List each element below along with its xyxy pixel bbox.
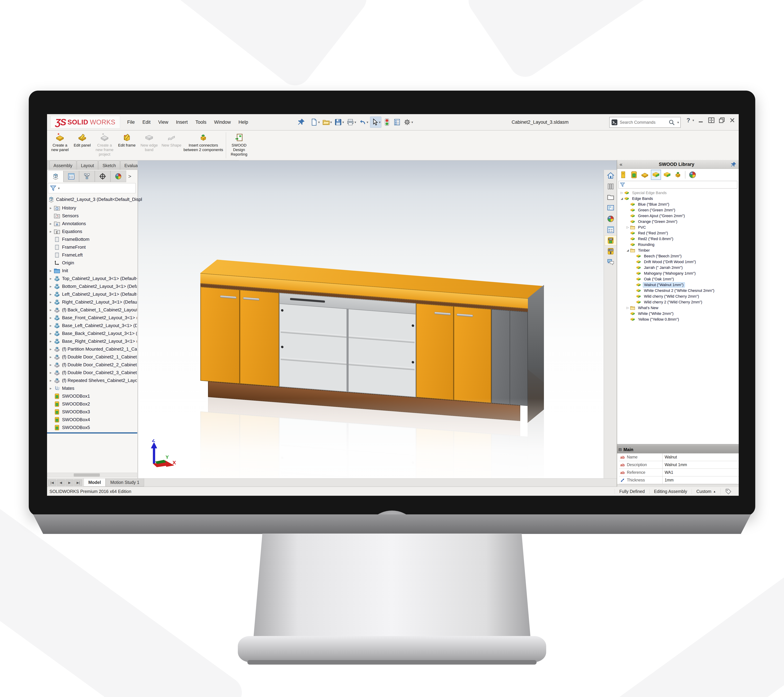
properties-section-header[interactable]: ⊟Main xyxy=(617,446,739,453)
ribbon-button-insert-connectors-between-2-components[interactable]: Insert connectors between 2 components xyxy=(183,132,224,152)
tree-item-frameleft[interactable]: FrameLeft xyxy=(48,251,137,259)
tree-item-base-back-cabinet2-layout-3-1-de[interactable]: ▸Base_Back_Cabinet2_Layout_3<1> (De xyxy=(48,330,137,337)
tab-layout[interactable]: Layout xyxy=(77,161,98,170)
options-gear-button[interactable]: ▾ xyxy=(403,117,414,128)
tree-item-top-cabinet2-layout-3-1-default[interactable]: ▸Top_Cabinet2_Layout_3<1> (Default< xyxy=(48,275,137,282)
property-row-name[interactable]: abNameWalnut xyxy=(619,453,739,461)
library-item-mahogany-mahogany-1mm[interactable]: Mahogany ("Mahogany 1mm") xyxy=(618,270,738,276)
tree-item-history[interactable]: ▸History xyxy=(48,204,137,212)
split-view-button[interactable] xyxy=(708,117,715,124)
ribbon-button-edit-panel[interactable]: Edit panel xyxy=(71,132,93,148)
fm-display-tab[interactable] xyxy=(110,171,126,182)
search-input[interactable]: Search Commands xyxy=(620,120,666,125)
tree-item-swoodbox1[interactable]: SWOODBox1 xyxy=(48,392,137,400)
library-filter[interactable] xyxy=(618,181,737,188)
tab-nav-button[interactable]: ▶ xyxy=(66,479,74,486)
tree-item-sensors[interactable]: Sensors xyxy=(48,212,137,220)
tree-item-f-back-cabinet-1-cabinet2-layout-3[interactable]: ▸(f) Back_Cabinet_1_Cabinet2_Layout_3 xyxy=(48,306,137,314)
funnel-icon[interactable] xyxy=(49,185,57,192)
properties-scrollbar[interactable] xyxy=(617,484,739,487)
library-item-green-green-2mm[interactable]: Green ("Green 2mm") xyxy=(618,207,738,213)
library-swoodbox-button[interactable] xyxy=(629,170,639,180)
tree-item-origin[interactable]: Origin xyxy=(48,259,137,267)
tree-item-f-partition-mounted-cabinet2-1-cab[interactable]: ▸(f) Partition Mounted_Cabinet2_1_Cab xyxy=(48,345,137,353)
tree-item-swoodbox2[interactable]: SWOODBox2 xyxy=(48,400,137,408)
status-custom[interactable]: Custom ▲ xyxy=(692,489,720,494)
graphics-viewport[interactable]: Z Y X xyxy=(138,160,664,488)
minimize-button[interactable] xyxy=(697,117,705,124)
library-item-green-ajout-green-2mm[interactable]: Green Ajout ("Green 2mm") xyxy=(618,213,738,219)
file-properties-button[interactable] xyxy=(392,117,402,128)
swood-design-tab[interactable]: SD xyxy=(605,236,616,246)
tab-nav-button[interactable]: ◀ xyxy=(57,479,65,486)
library-item-jarrah-jarrah-2mm[interactable]: Jarrah (" Jarrah 2mm") xyxy=(618,265,738,270)
tree-item-annotations[interactable]: ▸AAnnotations xyxy=(48,220,137,227)
ribbon-button-create-a-new-panel[interactable]: *Create a new panel xyxy=(49,132,71,152)
tree-item-f-double-door-cabinet2-1-cabinet2[interactable]: ▸(f) Double Door_Cabinet2_1_Cabinet2_ xyxy=(48,353,137,361)
tab-assembly[interactable]: Assembly xyxy=(49,161,76,170)
library-item-wild-cherry-2-wild-cherry-2mm[interactable]: Wild cherry 2 ("Wild Cherry 2mm") xyxy=(618,299,738,305)
tree-item-framefront[interactable]: FrameFront xyxy=(48,243,137,251)
tree-item-bottom-cabinet2-layout-3-1-defau[interactable]: ▸Bottom_Cabinet2_Layout_3<1> (Defau xyxy=(48,282,137,290)
panel-splitter[interactable] xyxy=(47,432,137,433)
library-item-blue-blue-2mm[interactable]: Blue ("Blue 2mm") xyxy=(618,201,738,207)
library-item-pvc[interactable]: ▷PVC xyxy=(618,224,738,230)
tag-button[interactable] xyxy=(720,488,736,495)
library-item-special-edge-bands[interactable]: ▷Special Edge Bands xyxy=(618,190,738,196)
menu-window[interactable]: Window xyxy=(214,120,231,125)
library-item-orange-green-2mm[interactable]: Orange ("Green 2mm") xyxy=(618,219,738,224)
library-panel-slab-button[interactable] xyxy=(640,170,649,180)
restore-button[interactable] xyxy=(718,117,725,124)
menu-insert[interactable]: Insert xyxy=(176,120,188,125)
rebuild-button[interactable] xyxy=(382,117,392,128)
save-button[interactable]: ▾ xyxy=(334,117,345,128)
menu-tools[interactable]: Tools xyxy=(196,120,206,125)
library-splitter[interactable] xyxy=(617,444,739,446)
ribbon-button-edit-frame[interactable]: Edit frame xyxy=(116,132,138,148)
home-tab[interactable] xyxy=(605,171,616,181)
library-edgeband-button[interactable] xyxy=(651,170,661,180)
library-item-white-chestnut-2-white-chesnut-2[interactable]: White Chestnut 2 ("White Chesnut 2mm") xyxy=(618,288,738,293)
library-panel-vertical-button[interactable] xyxy=(618,170,628,180)
tree-item-swoodbox3[interactable]: SWOODBox3 xyxy=(48,408,137,416)
library-edgeband-button[interactable] xyxy=(662,170,672,180)
tree-item-swoodbox5[interactable]: SWOODBox5 xyxy=(48,423,137,432)
tree-item-f-repeated-shelves-cabinet2-layout[interactable]: ▸(f) Repeated Shelves_Cabinet2_Layout xyxy=(48,377,137,384)
tree-item-left-cabinet2-layout-3-1-default[interactable]: ▸Left_Cabinet2_Layout_3<1> (Default< xyxy=(48,290,137,298)
library-item-white-white-2mm[interactable]: White ("White 2mm") xyxy=(618,311,738,316)
library-item-beech-beech-2mm[interactable]: Beech ("Beech 2mm") xyxy=(618,253,738,259)
tree-item-equations[interactable]: ▸ΣEquations xyxy=(48,227,137,236)
library-appearances-button[interactable] xyxy=(688,170,697,180)
close-button[interactable] xyxy=(729,117,736,124)
tree-item-right-cabinet2-layout-3-1-default[interactable]: ▸Right_Cabinet2_Layout_3<1> (Default xyxy=(48,298,137,306)
pin-icon[interactable] xyxy=(731,161,736,167)
library-item-red-red-2mm[interactable]: Red ("Red 2mm") xyxy=(618,230,738,236)
tree-item-base-front-cabinet2-layout-3-1-d[interactable]: ▸Base_Front_Cabinet2_Layout_3<1> (D xyxy=(48,314,137,322)
fm-properties-tab[interactable] xyxy=(63,171,79,182)
custom-properties-tab[interactable] xyxy=(605,225,616,235)
tree-item-init[interactable]: ▸Init xyxy=(48,267,137,275)
library-item-edge-bands[interactable]: ◢Edge Bands xyxy=(618,196,738,201)
print-button[interactable]: ▾ xyxy=(346,117,357,128)
undo-button[interactable]: ▾ xyxy=(358,117,369,128)
fm-dimxpert-tab[interactable] xyxy=(95,171,110,182)
funnel-icon[interactable] xyxy=(620,182,625,188)
pin-icon[interactable] xyxy=(298,118,306,126)
file-explorer-tab[interactable] xyxy=(605,192,616,202)
view-palette-tab[interactable] xyxy=(605,203,616,213)
tree-item-swoodbox4[interactable]: SWOODBox4 xyxy=(48,416,137,423)
tab-nav-button[interactable]: ▶| xyxy=(74,479,82,486)
tree-item-base-right-cabinet2-layout-3-1-d[interactable]: ▸Base_Right_Cabinet2_Layout_3<1> (D xyxy=(48,337,137,345)
search-commands-box[interactable]: Search Commands ▾ xyxy=(609,117,681,128)
library-item-wild-cherry-wild-cherry-2mm[interactable]: Wild cherry ("Wild Cherry 2mm") xyxy=(618,293,738,299)
library-item-what-s-new[interactable]: ▷What's New xyxy=(618,305,738,311)
tab-nav-button[interactable]: |◀ xyxy=(48,479,56,486)
tree-item-f-double-door-cabinet2-3-cabinet2[interactable]: ▸(f) Double Door_Cabinet2_3_Cabinet2_ xyxy=(48,369,137,377)
collapse-chevrons-icon[interactable]: « xyxy=(619,161,623,167)
tree-horizontal-scrollbar[interactable] xyxy=(48,473,137,477)
property-row-thickness[interactable]: Thickness1mm xyxy=(619,476,739,484)
property-row-description[interactable]: abDescriptionWalnut 1mm xyxy=(619,461,739,469)
tab-sketch[interactable]: Sketch xyxy=(99,161,120,170)
fm-assembly-tab[interactable] xyxy=(48,171,63,182)
model-tab-motion-study-1[interactable]: Motion Study 1 xyxy=(105,478,144,486)
